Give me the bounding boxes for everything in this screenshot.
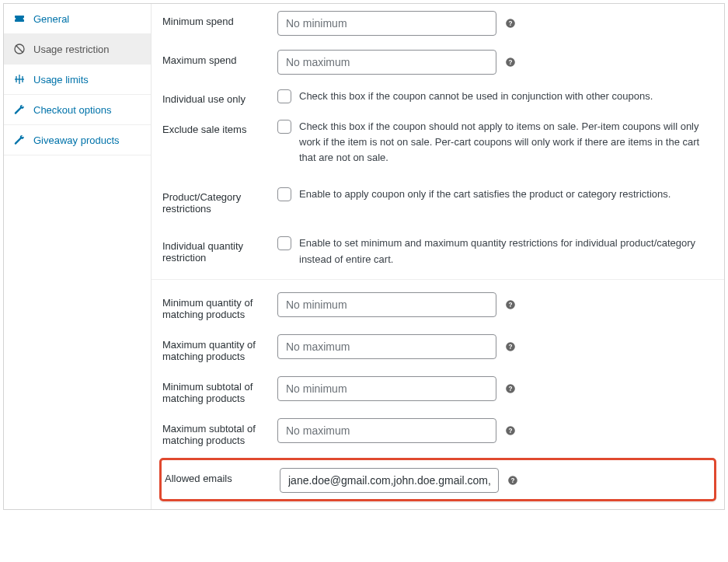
label-min-subtotal: Minimum subtotal of matching products [162, 376, 277, 404]
coupon-data-panel: General Usage restriction Usage limits C… [3, 3, 725, 510]
help-icon[interactable]: ? [504, 17, 517, 30]
ticket-icon [13, 12, 26, 25]
minimum-spend-input[interactable] [277, 11, 496, 36]
help-icon[interactable]: ? [504, 424, 517, 437]
label-prod-cat-restrictions: Product/Category restrictions [162, 187, 277, 215]
wrench-icon [13, 134, 26, 146]
row-allowed-emails: Allowed emails ? [165, 465, 711, 493]
help-icon[interactable]: ? [504, 340, 517, 353]
sidebar-item-usage-limits[interactable]: Usage limits [4, 65, 151, 95]
label-individual-use: Individual use only [162, 89, 277, 105]
exclude-sale-checkbox[interactable] [277, 120, 291, 134]
row-min-subtotal: Minimum subtotal of matching products ? [152, 369, 724, 411]
adjust-icon [13, 73, 26, 86]
label-maximum-spend: Maximum spend [162, 50, 277, 66]
individual-use-desc: Check this box if the coupon cannot be u… [299, 89, 653, 104]
svg-text:?: ? [509, 344, 513, 351]
sidebar-item-label: General [33, 13, 69, 25]
sidebar-item-giveaway-products[interactable]: Giveaway products [4, 125, 151, 155]
label-max-qty: Maximum quantity of matching products [162, 334, 277, 362]
label-exclude-sale: Exclude sale items [162, 119, 277, 135]
row-maximum-spend: Maximum spend ? [152, 43, 724, 82]
svg-line-1 [16, 45, 23, 52]
individual-use-checkbox[interactable] [277, 89, 291, 103]
prod-cat-restrictions-desc: Enable to apply coupon only if the cart … [299, 187, 671, 202]
help-icon[interactable]: ? [504, 56, 517, 68]
sidebar-item-checkout-options[interactable]: Checkout options [4, 95, 151, 125]
indiv-qty-restriction-desc: Enable to set minimum and maximum quanti… [299, 236, 713, 267]
max-subtotal-input[interactable] [277, 418, 496, 443]
label-minimum-spend: Minimum spend [162, 11, 277, 27]
sidebar-item-label: Usage limits [33, 74, 89, 86]
svg-text:?: ? [509, 59, 513, 66]
form-main: Minimum spend ? Maximum spend ? Individu… [152, 4, 724, 509]
sidebar-item-label: Checkout options [33, 104, 111, 116]
svg-text:?: ? [509, 302, 513, 309]
indiv-qty-restriction-checkbox[interactable] [277, 236, 291, 250]
help-icon[interactable]: ? [504, 382, 517, 395]
row-exclude-sale: Exclude sale items Check this box if the… [152, 112, 724, 173]
help-icon[interactable]: ? [507, 474, 519, 487]
help-icon[interactable]: ? [504, 298, 517, 311]
row-individual-qty-restriction: Individual quantity restriction Enable t… [152, 222, 724, 274]
min-subtotal-input[interactable] [277, 376, 496, 401]
coupon-tabs-sidebar: General Usage restriction Usage limits C… [4, 4, 152, 509]
block-icon [13, 43, 26, 55]
maximum-spend-input[interactable] [277, 50, 496, 75]
min-qty-input[interactable] [277, 292, 496, 317]
svg-text:?: ? [509, 20, 513, 27]
sidebar-item-usage-restriction[interactable]: Usage restriction [4, 34, 151, 65]
allowed-emails-input[interactable] [280, 468, 499, 493]
row-product-category-restrictions: Product/Category restrictions Enable to … [152, 173, 724, 222]
svg-text:?: ? [509, 386, 513, 393]
row-max-subtotal: Maximum subtotal of matching products ? [152, 411, 724, 453]
label-allowed-emails: Allowed emails [165, 468, 280, 484]
sidebar-item-general[interactable]: General [4, 4, 151, 34]
allowed-emails-highlight: Allowed emails ? [159, 458, 716, 501]
row-minimum-spend: Minimum spend ? [152, 4, 724, 43]
max-qty-input[interactable] [277, 334, 496, 359]
label-max-subtotal: Maximum subtotal of matching products [162, 418, 277, 446]
prod-cat-restrictions-checkbox[interactable] [277, 187, 291, 201]
label-indiv-qty-restriction: Individual quantity restriction [162, 236, 277, 264]
wrench-icon [13, 103, 26, 116]
svg-text:?: ? [509, 428, 513, 435]
row-individual-use: Individual use only Check this box if th… [152, 82, 724, 112]
exclude-sale-desc: Check this box if the coupon should not … [299, 119, 713, 166]
sidebar-item-label: Giveaway products [33, 134, 120, 146]
label-min-qty: Minimum quantity of matching products [162, 292, 277, 320]
sidebar-item-label: Usage restriction [33, 44, 110, 55]
row-max-qty: Maximum quantity of matching products ? [152, 327, 724, 369]
svg-text:?: ? [511, 477, 515, 484]
row-min-qty: Minimum quantity of matching products ? [152, 279, 724, 327]
